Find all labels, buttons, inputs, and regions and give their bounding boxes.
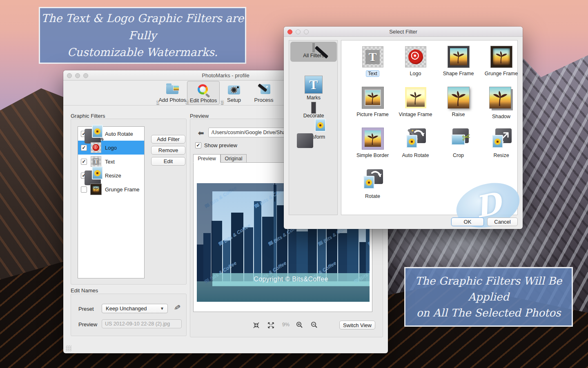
filter-item-vintage-frame[interactable]: Vintage Frame <box>394 87 437 128</box>
dialog-minimize-button[interactable] <box>296 29 301 34</box>
palm-simple-icon <box>362 128 383 149</box>
edit-preset-pencil-icon[interactable]: ✎ <box>173 303 181 313</box>
setup-icon <box>227 83 241 96</box>
back-arrow-icon[interactable]: ⬅ <box>198 129 204 137</box>
category-decorate[interactable]: Decorate <box>290 104 337 119</box>
edit-names-label: Edit Names <box>71 287 98 294</box>
add-filter-button[interactable]: Add Filter <box>151 135 185 144</box>
filter-item-rotate[interactable]: Rotate <box>351 169 394 210</box>
filter-row-label: Auto Rotate <box>105 131 133 137</box>
filter-item-label: Raise <box>450 111 467 118</box>
all-filters-icon <box>312 43 315 52</box>
filter-item-shape-frame[interactable]: Shape Frame <box>437 46 480 87</box>
filter-item-label: Logo <box>408 70 423 77</box>
filter-item-grunge-frame[interactable]: Grunge Frame <box>480 46 523 87</box>
category-transform[interactable]: Transform <box>290 133 337 140</box>
filter-checkbox[interactable]: ✓ <box>81 145 87 151</box>
zoom-button[interactable] <box>83 73 88 78</box>
filter-item-shadow[interactable]: Shadow <box>480 87 523 128</box>
pf-rotate-icon <box>362 169 383 190</box>
pf-autorotate-icon: ✦✦ <box>405 128 426 149</box>
show-preview-checkmark: ✓ <box>195 142 201 148</box>
marks-icon: T <box>305 76 323 94</box>
preset-value: Keep Unchanged <box>106 305 147 312</box>
pf-resize-icon <box>91 170 101 181</box>
category-marks[interactable]: TMarks <box>290 76 337 101</box>
preset-label: Preset <box>78 306 94 312</box>
top-caption-line2: Customizable Watermarks. <box>40 44 245 61</box>
toolbar-button-add-photos[interactable]: 1Add Photos <box>158 81 187 105</box>
show-preview-checkbox[interactable]: ✓ Show preview <box>195 142 237 148</box>
ok-button[interactable]: OK <box>451 218 484 226</box>
toolbar-button-edit-photos[interactable]: 2Edit Photos <box>187 81 220 105</box>
filter-row-label: Text <box>105 159 115 165</box>
filter-item-label: Rotate <box>363 193 382 200</box>
toolbar-label: Edit Photos <box>190 97 217 103</box>
zoom-out-icon[interactable] <box>310 321 318 328</box>
filter-item-label: Text <box>366 70 379 77</box>
filter-item-picture-frame[interactable]: Picture Frame <box>351 87 394 128</box>
filter-item-label: Vintage Frame <box>397 111 434 118</box>
text-icon: T <box>91 156 101 167</box>
filter-row-resize[interactable]: ✓Resize <box>78 168 144 182</box>
dialog-zoom-button[interactable] <box>304 29 309 34</box>
toolbar-button-setup[interactable]: 3Setup <box>223 81 245 105</box>
dialog-titlebar[interactable]: Select Filter <box>284 27 523 37</box>
preset-dropdown[interactable]: Keep Unchanged ▼ <box>102 304 168 313</box>
name-preview-field: US 2012-09-10 22-28 (2).jpg <box>102 319 182 328</box>
filter-item-resize[interactable]: Resize <box>480 128 523 169</box>
toolbar-label: Add Photos <box>158 97 186 103</box>
minimize-button[interactable] <box>75 73 80 78</box>
add-photos-icon <box>165 83 179 96</box>
filter-item-text[interactable]: TText <box>351 46 394 87</box>
filter-item-simple-border[interactable]: Simple Border <box>351 128 394 169</box>
resize-grip[interactable] <box>66 346 71 351</box>
zoom-expand-icon[interactable] <box>267 321 274 329</box>
tab-original[interactable]: Original <box>220 154 247 163</box>
filter-checkbox[interactable]: ✓ <box>81 159 87 165</box>
filter-item-crop[interactable]: ✂Crop <box>437 128 480 169</box>
remove-button[interactable]: Remove <box>151 146 185 155</box>
dialog-close-button[interactable] <box>287 29 292 34</box>
zoom-in-icon[interactable] <box>296 321 303 328</box>
top-caption-line1: The Text & Logo Graphic Filters are Full… <box>40 10 245 44</box>
filter-item-raise[interactable]: Raise <box>437 87 480 128</box>
toolbar-badge: 3 <box>221 100 224 105</box>
zoom-fit-icon[interactable] <box>252 321 260 329</box>
copyright-watermark-band: Copyright © Bits&Coffee <box>212 273 370 285</box>
filter-item-label: Auto Rotate <box>400 152 431 159</box>
category-label: Decorate <box>290 113 337 119</box>
switch-view-button[interactable]: Switch View <box>339 321 375 330</box>
filter-row-text[interactable]: ✓TText <box>78 155 144 168</box>
text-icon: T <box>362 46 383 67</box>
toolbar-button-process[interactable]: ✦Process <box>251 81 277 105</box>
dialog-window-controls <box>287 29 309 34</box>
top-caption-banner: The Text & Logo Graphic Filters are Full… <box>39 7 246 64</box>
filter-item-label: Shape Frame <box>441 70 476 77</box>
edit-names-groupbox: Preset Keep Unchanged ▼ ✎ Preview US 201… <box>71 294 187 336</box>
toolbar-label: Setup <box>227 97 241 103</box>
name-preview-value: US 2012-09-10 22-28 (2).jpg <box>105 321 170 327</box>
category-all-filters[interactable]: All Filters <box>290 42 337 62</box>
zoom-level-value: 9% <box>282 322 290 328</box>
tab-preview[interactable]: Preview <box>193 154 220 163</box>
edit-button[interactable]: Edit <box>151 157 185 166</box>
filter-row-label: Grunge Frame <box>105 186 140 193</box>
filter-list: ✓✦✦Auto Rotate✓Logo✓TText✓ResizeGrunge F… <box>78 126 145 278</box>
bottom-caption-banner: The Graphic Filters Will Be Applied on A… <box>404 267 573 327</box>
pf-autorotate-icon: ✦✦ <box>91 128 101 139</box>
photo-dark-edge-left <box>197 191 212 286</box>
logo-icon <box>91 142 101 153</box>
copyright-watermark-text: Copyright © Bits&Coffee <box>254 276 328 283</box>
close-button[interactable] <box>67 73 72 78</box>
filter-checkbox[interactable] <box>81 186 87 193</box>
process-icon: ✦ <box>257 83 271 96</box>
filter-item-auto-rotate[interactable]: ✦✦Auto Rotate <box>394 128 437 169</box>
filter-item-label: Shadow <box>490 113 512 120</box>
name-preview-label: Preview <box>78 321 97 328</box>
filter-row-auto-rotate[interactable]: ✓✦✦Auto Rotate <box>78 127 144 141</box>
decorate-icon <box>312 102 316 113</box>
cancel-button[interactable]: Cancel <box>487 218 518 226</box>
palm-raise-icon <box>448 87 469 108</box>
filter-item-logo[interactable]: Logo <box>394 46 437 87</box>
